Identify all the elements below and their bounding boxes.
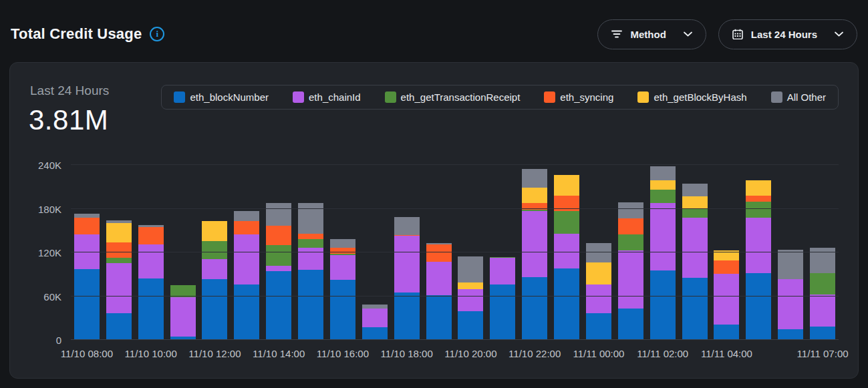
stacked-bar[interactable]: [138, 225, 164, 340]
bar-segment: [426, 244, 452, 262]
stacked-bar[interactable]: [330, 239, 355, 340]
bar-segment: [650, 190, 676, 203]
bar-segment: [394, 236, 420, 293]
bar-segment: [426, 262, 452, 295]
info-icon[interactable]: i: [150, 27, 164, 41]
bar-segment: [746, 273, 771, 340]
stacked-bar[interactable]: [490, 257, 515, 340]
bar-segment: [458, 282, 483, 289]
legend-label: eth_getTransactionReceipt: [401, 91, 521, 103]
bar-segment: [202, 279, 227, 340]
stacked-bar[interactable]: [298, 203, 323, 340]
bar-segment: [362, 309, 388, 327]
bar-segment: [266, 245, 291, 266]
x-axis-tick-label: 11/10 20:00: [444, 348, 496, 359]
stacked-bar[interactable]: [554, 175, 579, 340]
bar-segment: [330, 248, 355, 254]
legend-label: eth_syncing: [560, 91, 613, 103]
stacked-bar[interactable]: [362, 305, 388, 340]
bar-segment: [106, 242, 132, 258]
legend-item[interactable]: All Other: [771, 91, 826, 103]
stacked-bar[interactable]: [810, 248, 835, 340]
bar-segment: [778, 329, 803, 340]
bar-segment: [618, 250, 643, 309]
bar-slot: [711, 145, 743, 340]
bar-slot: [519, 145, 551, 340]
bar-slot: [551, 145, 583, 340]
bar-segment: [74, 269, 100, 340]
bar-segment: [746, 218, 771, 273]
stacked-bar[interactable]: [74, 214, 100, 340]
chevron-down-icon: [835, 31, 843, 37]
bar-segment: [74, 218, 100, 234]
bar-segment: [266, 203, 291, 226]
bar-slot: [359, 145, 391, 340]
bar-slot: [423, 145, 455, 340]
bar-segment: [490, 284, 515, 340]
bar-segment: [202, 259, 227, 280]
legend-item[interactable]: eth_blockNumber: [174, 91, 269, 103]
bar-segment: [682, 218, 708, 278]
bar-segment: [234, 211, 259, 221]
stacked-bar[interactable]: [522, 169, 547, 340]
filter-icon: [611, 29, 622, 39]
legend-swatch-icon: [544, 91, 555, 103]
legend-item[interactable]: eth_syncing: [544, 91, 613, 103]
bar-slot: [486, 145, 519, 340]
stacked-bar[interactable]: [586, 243, 611, 340]
bar-segment: [458, 289, 483, 312]
stacked-bar[interactable]: [778, 250, 803, 340]
bar-segment: [778, 250, 803, 280]
bar-segment: [682, 209, 708, 218]
bar-segment: [554, 268, 579, 340]
bar-segment: [618, 309, 643, 340]
stacked-bar[interactable]: [266, 203, 291, 340]
time-range-dropdown[interactable]: Last 24 Hours: [718, 19, 857, 49]
stacked-bar[interactable]: [746, 180, 771, 340]
stacked-bar[interactable]: [170, 285, 196, 340]
method-filter-dropdown[interactable]: Method: [597, 19, 706, 49]
bar-segment: [234, 221, 259, 234]
bar-segment: [586, 243, 611, 262]
legend-item[interactable]: eth_getBlockByHash: [637, 91, 746, 103]
bar-segment: [138, 244, 164, 278]
y-axis-tick-label: 180K: [38, 203, 61, 214]
legend-swatch-icon: [637, 91, 649, 103]
chart-legend: eth_blockNumbereth_chainIdeth_getTransac…: [161, 85, 839, 110]
stacked-bar[interactable]: [106, 220, 132, 340]
legend-label: eth_blockNumber: [190, 91, 269, 103]
gridline: [71, 339, 839, 340]
bar-segment: [106, 258, 132, 264]
bar-segment: [298, 239, 323, 248]
bar-segment: [330, 255, 355, 280]
stat-period-label: Last 24 Hours: [30, 83, 109, 98]
bar-segment: [618, 218, 643, 234]
bar-slot: [647, 145, 679, 340]
bar-segment: [522, 211, 547, 277]
stacked-bar[interactable]: [202, 221, 227, 340]
stacked-bar[interactable]: [394, 217, 420, 340]
bar-segment: [650, 180, 676, 190]
bar-segment: [522, 169, 547, 188]
stacked-bar[interactable]: [458, 256, 483, 341]
page-header: Total Credit Usage i Method: [0, 0, 868, 53]
stacked-bar[interactable]: [234, 211, 259, 340]
bar-segment: [234, 234, 259, 284]
legend-label: All Other: [787, 91, 826, 103]
bar-segment: [522, 188, 547, 203]
stacked-bar[interactable]: [618, 202, 643, 340]
bar-segment: [458, 311, 483, 340]
bar-segment: [298, 270, 323, 340]
bar-slot: [583, 145, 615, 340]
legend-item[interactable]: eth_getTransactionReceipt: [385, 91, 521, 103]
gridline: [71, 164, 839, 165]
x-axis-tick-label: 11/11 04:00: [701, 348, 752, 359]
legend-item[interactable]: eth_chainId: [293, 91, 361, 103]
bar-slot: [231, 145, 263, 340]
stacked-bar[interactable]: [426, 243, 452, 340]
bar-segment: [554, 234, 579, 268]
time-range-label: Last 24 Hours: [751, 29, 817, 40]
stacked-bar[interactable]: [650, 166, 676, 340]
bar-segment: [426, 295, 452, 340]
stacked-bar[interactable]: [682, 184, 708, 340]
